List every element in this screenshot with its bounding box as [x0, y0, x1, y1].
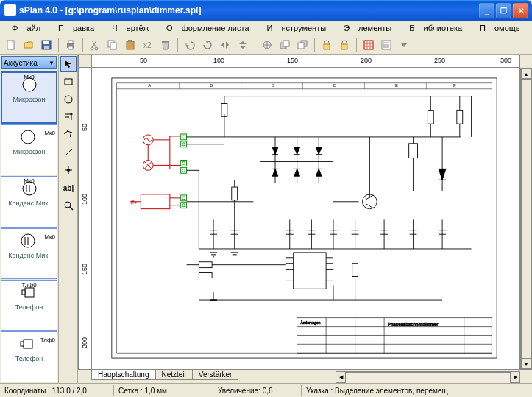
- rotate-button[interactable]: [199, 37, 216, 53]
- svg-rect-17: [283, 41, 289, 46]
- titlebar: sPlan 4.0 - [g:\program\rusplan\dimmer.s…: [0, 0, 532, 21]
- svg-text:F←: F←: [132, 200, 139, 205]
- tab-netzteil[interactable]: Netzteil: [155, 370, 193, 380]
- open-button[interactable]: [21, 37, 37, 53]
- tab-verstarker[interactable]: Verstärker: [192, 370, 239, 380]
- menu-tools[interactable]: Инструменты: [258, 22, 336, 34]
- svg-rect-2: [43, 41, 49, 44]
- paste-button[interactable]: [122, 37, 138, 53]
- status-zoom: Увеличение: 0,6: [213, 385, 302, 396]
- menu-drawing[interactable]: Чертёж: [103, 22, 157, 34]
- svg-rect-22: [364, 41, 373, 49]
- close-button[interactable]: ✕: [513, 3, 528, 18]
- svg-rect-73: [141, 194, 169, 209]
- new-button[interactable]: [3, 37, 19, 53]
- save-button[interactable]: [38, 37, 54, 53]
- canvas-area: 50 100 150 200 250 300 50 100 150 200: [78, 55, 532, 383]
- vertical-ruler: 50 100 150 200: [78, 68, 91, 370]
- print-button[interactable]: [63, 37, 79, 53]
- svg-rect-33: [22, 290, 25, 295]
- svg-rect-48: [112, 78, 497, 358]
- phone-symbol: [18, 334, 41, 354]
- toolbar-sep: [82, 38, 83, 52]
- status-grid: Сетка : 1,0 мм: [114, 385, 213, 396]
- junction-tool[interactable]: [60, 162, 77, 178]
- maximize-button[interactable]: ❐: [496, 3, 511, 18]
- menu-edit[interactable]: Правка: [49, 22, 103, 34]
- rect-tool[interactable]: [60, 74, 77, 90]
- microphone-symbol: [18, 127, 41, 147]
- undo-button[interactable]: [182, 37, 198, 53]
- cut-button[interactable]: [87, 37, 103, 53]
- lock-button[interactable]: [319, 37, 335, 53]
- svg-rect-21: [341, 44, 347, 49]
- unlock-button[interactable]: [336, 37, 352, 53]
- component-item[interactable]: Мк0 Микрофон: [1, 124, 57, 175]
- circle-tool[interactable]: [60, 91, 77, 108]
- component-item[interactable]: Тлф0 Телефон: [1, 280, 57, 331]
- back-button[interactable]: [294, 37, 311, 53]
- snap-button[interactable]: [259, 37, 275, 53]
- line-tool[interactable]: [60, 144, 77, 161]
- canvas[interactable]: A B C D E F: [91, 68, 520, 370]
- minimize-button[interactable]: _: [479, 3, 494, 18]
- ruler-corner: [78, 55, 91, 68]
- pointer-tool[interactable]: [60, 56, 77, 72]
- svg-point-38: [71, 113, 73, 116]
- svg-rect-14: [162, 41, 169, 43]
- tool-strip: ab|: [59, 55, 78, 383]
- svg-rect-183: [352, 264, 358, 277]
- delete-button[interactable]: [157, 37, 174, 53]
- scroll-right-arrow[interactable]: ▶: [510, 371, 520, 383]
- svg-text:E: E: [395, 83, 398, 88]
- vertical-scrollbar[interactable]: ▲ ▼: [520, 68, 532, 370]
- zoom-tool[interactable]: [60, 197, 77, 214]
- text-tool[interactable]: ab|: [60, 180, 77, 196]
- duplicate-button[interactable]: x2: [140, 37, 156, 53]
- svg-rect-32: [25, 288, 34, 297]
- poly-tool[interactable]: [60, 127, 77, 143]
- statusbar: Координаты : 113,0 / 2,0 Сетка : 1,0 мм …: [0, 383, 532, 397]
- component-item[interactable]: Мк0 Конденс.Мик.: [1, 176, 57, 227]
- grid-button[interactable]: [361, 37, 377, 53]
- mirror-v-button[interactable]: [235, 37, 251, 53]
- menu-page[interactable]: Оформление листа: [157, 22, 258, 34]
- component-panel: Аккустика ▼ Мк0 Микрофон Мк0 Микрофон Мк…: [0, 55, 59, 383]
- toolbar-sep: [58, 38, 59, 52]
- svg-rect-36: [65, 79, 72, 85]
- menu-file[interactable]: Файл: [3, 22, 49, 34]
- status-coords: Координаты : 113,0 / 2,0: [0, 385, 114, 396]
- special-tool[interactable]: [60, 109, 77, 125]
- svg-point-86: [182, 197, 185, 200]
- svg-line-110: [366, 204, 373, 208]
- scroll-up-arrow[interactable]: ▲: [521, 68, 531, 79]
- component-item[interactable]: Мк0 Микрофон: [1, 71, 57, 124]
- front-button[interactable]: [277, 37, 293, 53]
- svg-rect-49: [117, 83, 492, 353]
- mirror-h-button[interactable]: [217, 37, 233, 53]
- svg-point-41: [71, 132, 72, 133]
- scroll-left-arrow[interactable]: ◀: [336, 371, 346, 383]
- cond-mic-symbol: [18, 231, 41, 251]
- menu-library[interactable]: Библиотека: [400, 22, 471, 34]
- horizontal-scrollbar[interactable]: ◀ ▶: [336, 371, 520, 383]
- svg-rect-12: [128, 40, 132, 42]
- svg-point-46: [65, 202, 71, 208]
- component-item[interactable]: Тлф0 Телефон: [1, 331, 57, 382]
- copy-button[interactable]: [104, 37, 121, 53]
- scroll-down-arrow[interactable]: ▼: [521, 359, 531, 369]
- menu-elements[interactable]: Элементы: [335, 22, 400, 34]
- component-item[interactable]: Мк0 Конденс.Мик.: [1, 228, 57, 279]
- app-icon: [4, 4, 16, 16]
- category-select[interactable]: Аккустика ▼: [1, 56, 57, 69]
- svg-point-40: [67, 130, 68, 132]
- svg-rect-10: [110, 43, 116, 49]
- tab-hauptschaltung[interactable]: Hauptschaltung: [91, 370, 156, 380]
- options-button[interactable]: [378, 37, 394, 53]
- svg-text:B: B: [210, 83, 213, 88]
- svg-text:F: F: [453, 83, 456, 88]
- svg-rect-3: [44, 46, 49, 49]
- svg-point-25: [21, 130, 35, 144]
- dropdown-button[interactable]: [396, 37, 412, 53]
- menu-help[interactable]: Помощь: [471, 22, 529, 34]
